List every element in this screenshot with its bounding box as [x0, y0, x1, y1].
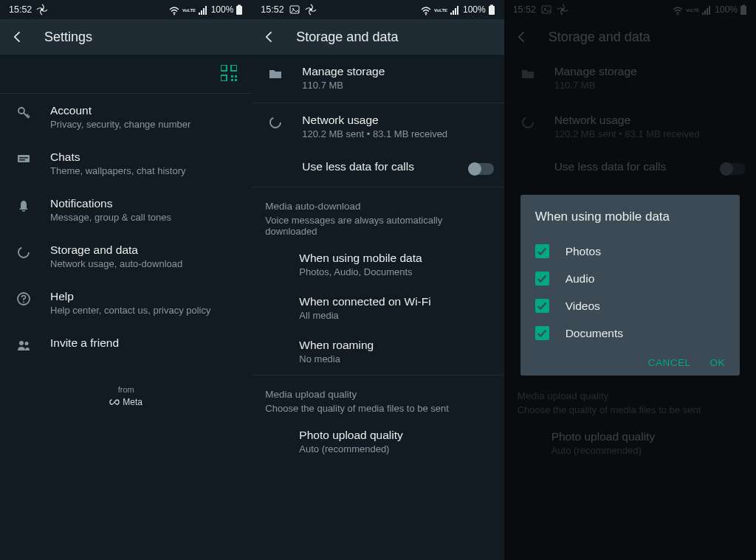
opt-label: Audio [566, 272, 595, 286]
menu-chats[interactable]: ChatsTheme, wallpapers, chat history [0, 140, 252, 187]
data-icon [268, 115, 283, 130]
check-icon [535, 272, 549, 286]
item-title: When connected on Wi-Fi [299, 295, 493, 308]
menu-title: Invite a friend [50, 336, 241, 350]
battery-icon [488, 4, 495, 15]
battery-pct: 100% [463, 4, 486, 15]
checkbox-checked[interactable] [535, 272, 549, 286]
item-title: Use less data for calls [302, 160, 450, 173]
mobile-data-dialog: When using mobile data Photos Audio Vide… [520, 195, 740, 376]
menu-sub: Help center, contact us, privacy policy [50, 305, 241, 316]
item-sub: 110.7 MB [302, 80, 493, 91]
item-sub: Photos, Audio, Documents [299, 266, 493, 277]
wifi-icon [168, 4, 180, 15]
menu-title: Help [50, 290, 241, 303]
signal-icon [198, 4, 207, 15]
menu-title: Account [50, 104, 241, 117]
screen-settings: 15:52 100% Settings AccountPrivacy, secu… [0, 0, 252, 560]
back-icon [10, 30, 25, 44]
volte-icon [182, 6, 196, 13]
from-label: from [0, 385, 252, 394]
meta-brand: Meta [0, 397, 252, 407]
menu-sub: Privacy, security, change number [50, 119, 241, 130]
dialog-actions: CANCEL OK [535, 347, 725, 368]
qr-icon[interactable] [221, 65, 237, 81]
item-less-data[interactable]: Use less data for calls [252, 150, 504, 185]
item-wifi[interactable]: When connected on Wi-FiAll media [252, 286, 504, 330]
infinity-icon [109, 398, 120, 406]
menu-sub: Theme, wallpapers, chat history [50, 165, 241, 176]
key-icon [16, 106, 31, 120]
page-title: Storage and data [296, 30, 398, 45]
opt-label: Videos [566, 300, 600, 313]
check-icon [535, 327, 549, 340]
menu-title: Notifications [50, 197, 241, 210]
battery-icon [236, 4, 243, 15]
cancel-button[interactable]: CANCEL [648, 357, 691, 368]
dialog-title: When using mobile data [535, 210, 725, 224]
menu-title: Chats [50, 151, 241, 164]
menu-invite[interactable]: Invite a friend [0, 326, 252, 363]
item-network-usage[interactable]: Network usage120.2 MB sent • 83.1 MB rec… [252, 103, 504, 150]
header-settings: Settings [0, 19, 252, 55]
meta-text: Meta [123, 397, 142, 407]
back-icon [262, 30, 277, 44]
status-time: 15:52 [261, 4, 284, 15]
qr-row [0, 55, 252, 91]
section-header-upload: Media upload quality [252, 376, 504, 401]
dialog-opt-photos[interactable]: Photos [535, 238, 725, 265]
item-title: When roaming [299, 339, 493, 352]
image-icon [289, 4, 300, 15]
back-button[interactable] [262, 30, 277, 44]
dialog-opt-audio[interactable]: Audio [535, 265, 725, 292]
wifi-icon [420, 4, 432, 15]
dialog-opt-documents[interactable]: Documents [535, 319, 725, 347]
signal-icon [450, 4, 459, 15]
item-sub: 120.2 MB sent • 83.1 MB received [302, 128, 493, 139]
battery-pct: 100% [211, 4, 234, 15]
switch-knob [468, 162, 481, 176]
menu-sub: Message, group & call tones [50, 212, 241, 223]
menu-title: Storage and data [50, 243, 241, 257]
fan-icon [305, 4, 317, 15]
header-storage: Storage and data [252, 19, 504, 55]
item-photo-quality[interactable]: Photo upload qualityAuto (recommended) [252, 420, 504, 463]
item-sub: No media [299, 353, 493, 364]
menu-notifications[interactable]: NotificationsMessage, group & call tones [0, 187, 252, 233]
section-sub-upload: Choose the quality of media files to be … [252, 401, 504, 420]
section-sub-media: Voice messages are always automatically … [252, 213, 504, 243]
screen-storage-dialog: 15:52 100% Storage and data Manage stora… [504, 0, 756, 560]
item-roaming[interactable]: When roamingNo media [252, 330, 504, 373]
status-bar: 15:52 100% [0, 0, 252, 19]
chat-icon [16, 152, 31, 165]
dialog-opt-videos[interactable]: Videos [535, 292, 725, 319]
help-icon [16, 291, 31, 306]
screen-storage: 15:52 100% Storage and data Manage stora… [252, 0, 504, 560]
bell-icon [16, 198, 31, 213]
volte-icon [434, 6, 447, 13]
checkbox-checked[interactable] [535, 326, 549, 340]
item-sub: Auto (recommended) [299, 443, 493, 454]
data-icon [16, 245, 31, 260]
ok-button[interactable]: OK [709, 357, 725, 368]
people-icon [16, 338, 31, 353]
check-icon [535, 245, 549, 258]
item-sub: All media [299, 310, 493, 321]
checkbox-checked[interactable] [535, 244, 549, 258]
menu-account[interactable]: AccountPrivacy, security, change number [0, 94, 252, 140]
item-mobile-data[interactable]: When using mobile dataPhotos, Audio, Doc… [252, 243, 504, 286]
status-bar: 15:52 100% [252, 0, 504, 19]
status-time: 15:52 [9, 4, 32, 15]
back-button[interactable] [10, 30, 25, 44]
item-title: Photo upload quality [299, 429, 493, 442]
less-data-switch[interactable] [469, 163, 494, 175]
opt-label: Photos [566, 245, 601, 258]
item-title: When using mobile data [299, 252, 493, 265]
item-title: Network usage [302, 114, 493, 127]
page-title: Settings [44, 30, 92, 45]
check-icon [535, 300, 549, 313]
menu-storage[interactable]: Storage and dataNetwork usage, auto-down… [0, 233, 252, 280]
item-manage-storage[interactable]: Manage storage110.7 MB [252, 55, 504, 101]
menu-help[interactable]: HelpHelp center, contact us, privacy pol… [0, 280, 252, 326]
checkbox-checked[interactable] [535, 299, 549, 313]
